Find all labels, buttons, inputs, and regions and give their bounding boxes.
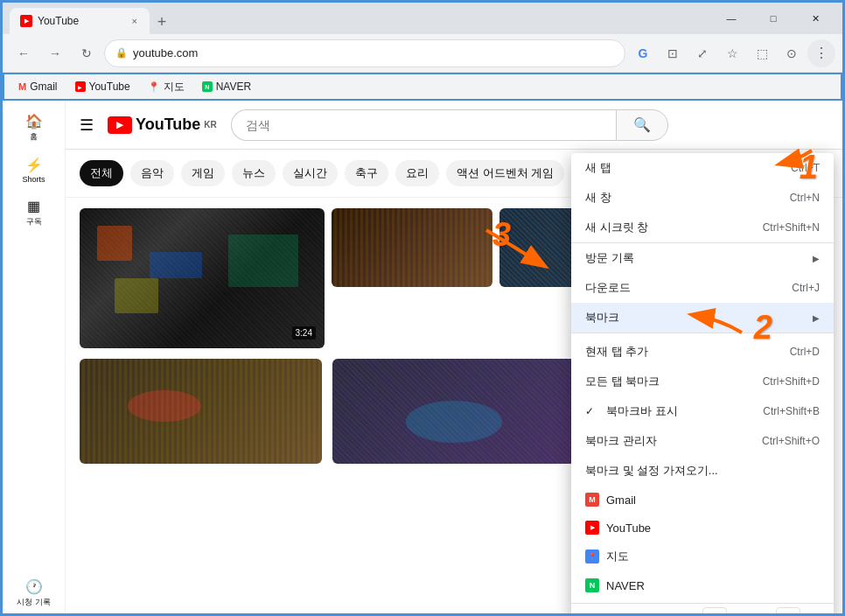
menu-new-window[interactable]: 새 창 Ctrl+N — [571, 183, 834, 213]
hamburger-menu[interactable]: ☰ — [80, 116, 94, 135]
bookmark-star-btn[interactable]: ☆ — [718, 39, 746, 67]
arrow-1 — [764, 146, 816, 181]
menu-section-tools: 글꼴 크기 − 100% + ⛶ 인쇄... Ctrl+P 전송... 찾기..… — [571, 604, 834, 613]
youtube-icon — [75, 81, 86, 92]
address-bar[interactable]: 🔒 youtube.com — [104, 39, 625, 67]
bm-all-tabs[interactable]: 모든 탭 북마크 Ctrl+Shift+D — [571, 367, 834, 396]
bm-show-bar-check: ✓ — [585, 405, 599, 417]
bm-item-youtube[interactable]: ▶ YouTube — [571, 514, 834, 542]
featured-video[interactable]: 3:24 — [80, 208, 325, 348]
downloads-shortcut: Ctrl+J — [792, 282, 820, 294]
back-btn[interactable]: ← — [10, 39, 38, 67]
bookmark-submenu: 현재 탭 추가 Ctrl+D 모든 탭 북마크 Ctrl+Shift+D ✓ 북… — [571, 333, 834, 604]
tab-title: YouTube — [38, 15, 79, 27]
bm-all-tabs-label: 모든 탭 북마크 — [585, 374, 660, 389]
bm-item-maps[interactable]: 📍 지도 — [571, 542, 834, 571]
minimize-btn[interactable]: — — [711, 3, 751, 34]
bm-item-gmail[interactable]: M Gmail — [571, 486, 834, 514]
youtube-logo-kr: KR — [204, 120, 216, 130]
sidebar-home-label: 홈 — [30, 131, 38, 143]
chip-live[interactable]: 실시간 — [283, 160, 338, 186]
subscriptions-icon: ▦ — [27, 198, 40, 214]
bm-manager[interactable]: 북마크 관리자 Ctrl+Shift+O — [571, 426, 834, 456]
profile-btn[interactable]: ⊙ — [778, 39, 806, 67]
bm-manager-label: 북마크 관리자 — [585, 433, 657, 449]
bm-maps-icon: 📍 — [585, 550, 599, 564]
bm-show-bar-label: 북마크바 표시 — [606, 403, 678, 419]
video-thumb-row2-2[interactable] — [332, 359, 575, 464]
history-icon: 🕐 — [25, 578, 43, 595]
sidebar-shorts-label: Shorts — [22, 175, 45, 184]
bm-gmail-icon: M — [585, 493, 599, 507]
forward-btn[interactable]: → — [41, 39, 69, 67]
search-input[interactable] — [231, 109, 616, 141]
extensions-btn[interactable]: ⬚ — [748, 39, 776, 67]
video-thumb-row2-1[interactable] — [80, 359, 322, 464]
zoom-label: 글꼴 크기 — [585, 612, 695, 613]
zoom-expand-btn[interactable]: ⛶ — [807, 612, 820, 613]
search-button[interactable]: 🔍 — [616, 109, 668, 141]
chip-all[interactable]: 전체 — [80, 160, 123, 186]
bookmark-youtube-label: YouTube — [89, 80, 130, 93]
sidebar-subscriptions[interactable]: ▦ 구독 — [8, 192, 60, 233]
bm-all-tabs-shortcut: Ctrl+Shift+D — [763, 375, 820, 388]
close-btn[interactable]: ✕ — [795, 3, 835, 34]
title-bar: YouTube × + — □ ✕ — [3, 3, 842, 34]
address-text: youtube.com — [133, 46, 198, 60]
refresh-btn[interactable]: ↻ — [73, 39, 101, 67]
sidebar-history[interactable]: 🕐 시청 기록 — [8, 573, 60, 613]
bm-naver-icon: N — [585, 578, 599, 592]
bookmark-youtube[interactable]: YouTube — [68, 76, 137, 97]
zoom-minus-btn[interactable]: − — [702, 607, 727, 613]
sidebar-home[interactable]: 🏠 홈 — [8, 108, 60, 148]
sidebar-shorts[interactable]: ⚡ Shorts — [8, 151, 60, 189]
bm-item-naver[interactable]: N NAVER — [571, 571, 834, 599]
new-tab-label: 새 탭 — [585, 160, 784, 176]
bm-youtube-icon: ▶ — [585, 521, 599, 535]
active-tab[interactable]: YouTube × — [10, 8, 150, 34]
bm-show-bar[interactable]: ✓ 북마크바 표시 Ctrl+Shift+B — [571, 396, 834, 426]
maximize-btn[interactable]: □ — [753, 3, 793, 34]
bookmarks-bar: M Gmail YouTube 📍 지도 N NAVER — [3, 73, 842, 101]
bm-naver-label: NAVER — [606, 579, 645, 592]
history-label: 방문 기록 — [585, 250, 806, 266]
nav-right-buttons: G ⊡ ⤢ ☆ ⬚ ⊙ ⋮ — [629, 39, 835, 67]
bm-current-tab-shortcut: Ctrl+D — [790, 346, 820, 358]
new-window-shortcut: Ctrl+N — [790, 192, 820, 204]
chip-game[interactable]: 게임 — [181, 160, 225, 186]
sidebar-subscriptions-label: 구독 — [26, 216, 42, 228]
google-icon-btn[interactable]: G — [629, 39, 657, 67]
lock-icon: 🔒 — [115, 47, 128, 59]
menu-new-incognito[interactable]: 새 시크릿 창 Ctrl+Shift+N — [571, 213, 834, 242]
tab-close-btn[interactable]: × — [130, 14, 139, 28]
zoom-control: 글꼴 크기 − 100% + ⛶ — [571, 604, 834, 613]
chrome-dropdown-menu: 새 탭 Ctrl+T 새 창 Ctrl+N 새 시크릿 창 Ctrl+Shift… — [571, 153, 834, 613]
youtube-header: ☰ YouTube KR 🔍 — [66, 101, 842, 150]
new-tab-btn[interactable]: + — [150, 10, 174, 34]
youtube-logo[interactable]: YouTube KR — [108, 116, 217, 134]
cast-icon-btn[interactable]: ⊡ — [659, 39, 687, 67]
bookmark-naver[interactable]: N NAVER — [195, 76, 258, 97]
chip-cooking[interactable]: 요리 — [395, 160, 439, 186]
bookmark-maps[interactable]: 📍 지도 — [141, 76, 192, 97]
bm-import[interactable]: 북마크 및 설정 가져오기... — [571, 456, 834, 486]
chrome-menu-btn[interactable]: ⋮ — [807, 39, 835, 67]
video-thumb-1[interactable] — [332, 208, 492, 287]
youtube-logo-icon — [108, 116, 132, 134]
bookmark-maps-label: 지도 — [164, 80, 185, 94]
chip-action[interactable]: 액션 어드벤처 게임 — [446, 160, 564, 186]
shorts-icon: ⚡ — [25, 157, 43, 173]
maps-icon: 📍 — [148, 81, 160, 93]
bm-current-tab[interactable]: 현재 탭 추가 Ctrl+D — [571, 337, 834, 367]
menu-history[interactable]: 방문 기록 ▶ — [571, 243, 834, 273]
bookmark-gmail[interactable]: M Gmail — [11, 76, 65, 97]
history-arrow: ▶ — [813, 254, 820, 263]
annotation-2: 2 — [754, 309, 772, 346]
chip-soccer[interactable]: 축구 — [345, 160, 388, 186]
bm-gmail-label: Gmail — [606, 494, 636, 507]
chip-music[interactable]: 음악 — [130, 160, 174, 186]
zoom-plus-btn[interactable]: + — [776, 607, 800, 613]
chip-news[interactable]: 뉴스 — [232, 160, 276, 186]
screenshot-icon-btn[interactable]: ⤢ — [688, 39, 716, 67]
bookmark-gmail-label: Gmail — [30, 80, 57, 93]
